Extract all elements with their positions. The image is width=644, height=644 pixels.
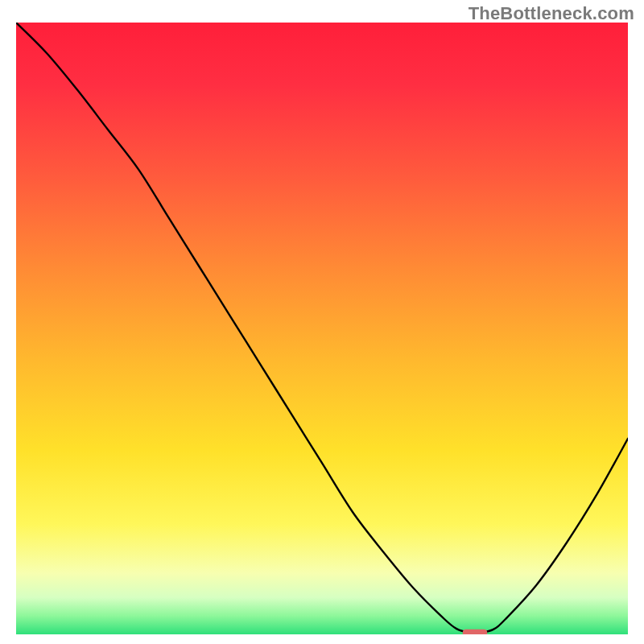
plot-area: [16, 23, 628, 634]
chart-svg: [16, 23, 628, 634]
chart-container: TheBottleneck.com: [0, 0, 644, 644]
minimum-marker: [463, 630, 487, 634]
watermark-text: TheBottleneck.com: [469, 3, 634, 24]
gradient-background: [16, 23, 628, 634]
